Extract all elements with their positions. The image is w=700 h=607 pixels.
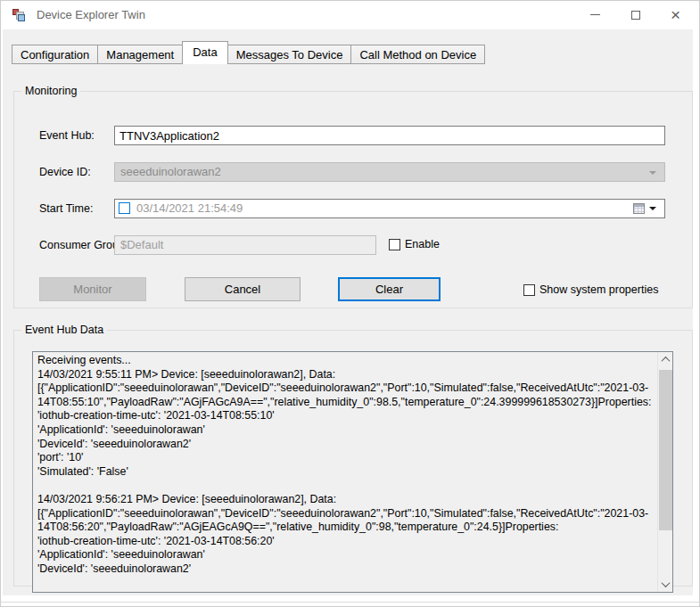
monitoring-groupbox: Monitoring Event Hub: Device ID: seeedui… bbox=[13, 85, 693, 308]
tab-configuration[interactable]: Configuration bbox=[12, 45, 98, 64]
title-bar: Device Explorer Twin × bbox=[1, 1, 699, 29]
tab-messages-to-device[interactable]: Messages To Device bbox=[228, 45, 352, 64]
window-controls: × bbox=[575, 1, 696, 29]
tab-strip: Configuration Management Data Messages T… bbox=[12, 41, 485, 64]
enable-label: Enable bbox=[405, 238, 440, 250]
clear-button[interactable]: Clear bbox=[338, 277, 441, 301]
chevron-down-icon bbox=[649, 171, 656, 175]
cancel-button[interactable]: Cancel bbox=[185, 277, 301, 301]
device-id-value: seeeduinolorawan2 bbox=[120, 165, 221, 178]
monitoring-legend: Monitoring bbox=[21, 85, 80, 97]
scroll-up-button[interactable] bbox=[658, 352, 673, 367]
window-title: Device Explorer Twin bbox=[37, 8, 145, 21]
close-icon: × bbox=[671, 11, 680, 20]
tab-call-method-on-device[interactable]: Call Method on Device bbox=[351, 45, 485, 64]
event-hub-data-groupbox: Event Hub Data Receiving events... 14/03… bbox=[13, 324, 693, 586]
show-system-properties-label: Show system properties bbox=[539, 283, 658, 296]
show-system-properties-checkbox[interactable] bbox=[523, 284, 535, 296]
tab-management[interactable]: Management bbox=[98, 45, 183, 64]
window-bottom-edge bbox=[1, 602, 699, 603]
enable-checkbox[interactable] bbox=[389, 239, 400, 250]
maximize-button[interactable] bbox=[615, 1, 655, 29]
event-hub-data-log[interactable]: Receiving events... 14/03/2021 9:55:11 P… bbox=[32, 351, 673, 593]
vertical-scrollbar[interactable] bbox=[657, 352, 672, 592]
caret-down-icon bbox=[649, 207, 656, 210]
chevron-down-icon bbox=[662, 578, 671, 587]
client-area: Configuration Management Data Messages T… bbox=[3, 29, 693, 595]
event-hub-data-legend: Event Hub Data bbox=[21, 324, 107, 336]
device-id-label: Device ID: bbox=[39, 162, 91, 182]
tab-data[interactable]: Data bbox=[182, 41, 227, 64]
close-button[interactable]: × bbox=[655, 1, 696, 29]
event-hub-input[interactable] bbox=[114, 126, 665, 145]
calendar-icon bbox=[633, 203, 645, 214]
start-time-dropdown-button[interactable] bbox=[633, 201, 662, 216]
show-system-properties-row[interactable]: Show system properties bbox=[523, 283, 658, 296]
event-log-text: Receiving events... 14/03/2021 9:55:11 P… bbox=[33, 352, 657, 592]
start-time-label: Start Time: bbox=[39, 199, 93, 218]
app-icon bbox=[12, 8, 27, 22]
minimize-button[interactable] bbox=[575, 1, 615, 29]
start-time-value: 03/14/2021 21:54:49 bbox=[136, 200, 243, 217]
monitor-button: Monitor bbox=[39, 277, 146, 301]
enable-checkbox-row[interactable]: Enable bbox=[389, 238, 440, 250]
scrollbar-thumb[interactable] bbox=[659, 370, 672, 530]
consumer-group-input: $Default bbox=[114, 235, 376, 255]
event-hub-label: Event Hub: bbox=[39, 126, 95, 145]
scroll-down-button[interactable] bbox=[658, 577, 673, 592]
device-explorer-window: Device Explorer Twin × Configuration Man… bbox=[0, 0, 700, 607]
chevron-up-icon bbox=[662, 357, 671, 365]
minimize-icon bbox=[590, 14, 600, 15]
device-id-combobox: seeeduinolorawan2 bbox=[114, 162, 665, 182]
start-time-checkbox[interactable] bbox=[119, 202, 130, 214]
start-time-picker[interactable]: 03/14/2021 21:54:49 bbox=[114, 199, 665, 218]
maximize-icon bbox=[631, 11, 640, 20]
